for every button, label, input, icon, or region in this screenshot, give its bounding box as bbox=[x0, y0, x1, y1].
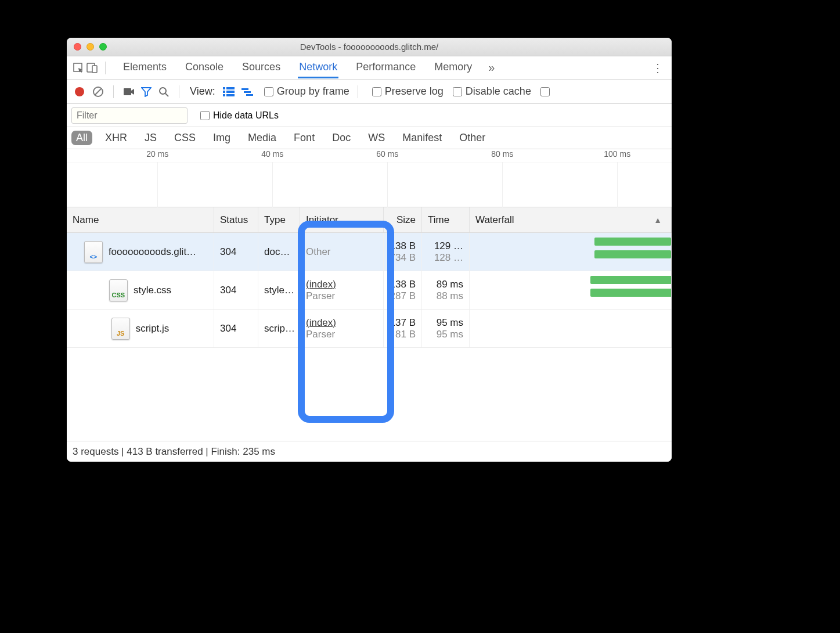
preserve-log-label: Preserve log bbox=[385, 85, 444, 98]
titlebar: DevTools - fooooooooods.glitch.me/ bbox=[67, 38, 672, 56]
waterfall-bar bbox=[594, 238, 671, 246]
file-type-icon: CSS bbox=[109, 279, 128, 301]
svg-rect-10 bbox=[223, 91, 225, 93]
group-by-frame-input[interactable] bbox=[264, 87, 273, 96]
minimize-window-button[interactable] bbox=[86, 43, 94, 51]
pill-manifest[interactable]: Manifest bbox=[398, 131, 446, 145]
cell-type: style… bbox=[258, 271, 300, 309]
timeline-ruler: 20 ms 40 ms 60 ms 80 ms 100 ms bbox=[67, 149, 672, 163]
waterfall-bar bbox=[590, 276, 672, 284]
clear-icon[interactable] bbox=[91, 85, 105, 99]
tab-sources[interactable]: Sources bbox=[241, 57, 282, 78]
time-total: 89 ms bbox=[437, 279, 463, 290]
pill-xhr[interactable]: XHR bbox=[100, 131, 132, 145]
col-waterfall-label: Waterfall bbox=[475, 214, 514, 226]
table-row[interactable]: CSSstyle.css304style…(index)Parser138 B2… bbox=[67, 271, 672, 310]
disable-cache-checkbox[interactable]: Disable cache bbox=[453, 85, 531, 98]
cell-status: 304 bbox=[214, 233, 258, 271]
col-name[interactable]: Name bbox=[67, 207, 214, 232]
inspect-element-icon[interactable] bbox=[71, 61, 85, 75]
cell-size: 138 B287 B bbox=[384, 271, 422, 309]
window-controls bbox=[67, 43, 107, 51]
pill-img[interactable]: Img bbox=[208, 131, 235, 145]
pill-all[interactable]: All bbox=[71, 131, 92, 145]
disable-cache-label: Disable cache bbox=[466, 85, 531, 98]
col-status[interactable]: Status bbox=[214, 207, 258, 232]
tabs-overflow-button[interactable]: » bbox=[488, 61, 495, 74]
panel-tabstrip: Elements Console Sources Network Perform… bbox=[67, 56, 672, 80]
size-resource: 81 B bbox=[395, 329, 416, 340]
pill-ws[interactable]: WS bbox=[363, 131, 390, 145]
filter-row: Hide data URLs bbox=[67, 104, 672, 127]
pill-media[interactable]: Media bbox=[243, 131, 281, 145]
col-initiator[interactable]: Initiator bbox=[300, 207, 384, 232]
svg-line-7 bbox=[165, 93, 168, 96]
preserve-log-input[interactable] bbox=[372, 87, 381, 96]
tab-network[interactable]: Network bbox=[298, 57, 338, 78]
group-by-frame-checkbox[interactable]: Group by frame bbox=[264, 85, 349, 98]
initiator-link[interactable]: (index) bbox=[306, 279, 377, 290]
cell-waterfall bbox=[470, 271, 672, 309]
svg-rect-14 bbox=[241, 88, 248, 90]
svg-rect-12 bbox=[223, 94, 225, 96]
sort-indicator-icon: ▲ bbox=[654, 215, 662, 225]
preserve-log-checkbox[interactable]: Preserve log bbox=[372, 85, 444, 98]
cell-name: CSSstyle.css bbox=[67, 271, 214, 309]
device-toolbar-icon[interactable] bbox=[85, 61, 99, 75]
cell-type: scrip… bbox=[258, 310, 300, 347]
time-latency: 88 ms bbox=[437, 290, 463, 302]
timeline-tick: 20 ms bbox=[146, 149, 168, 159]
col-size[interactable]: Size bbox=[384, 207, 422, 232]
cell-waterfall bbox=[470, 233, 672, 271]
cell-waterfall bbox=[470, 310, 672, 347]
pill-other[interactable]: Other bbox=[455, 131, 490, 145]
record-button[interactable] bbox=[75, 87, 84, 96]
timeline-tick: 60 ms bbox=[376, 149, 398, 159]
pill-font[interactable]: Font bbox=[289, 131, 319, 145]
svg-rect-11 bbox=[226, 91, 235, 93]
time-total: 95 ms bbox=[437, 317, 463, 329]
tab-elements[interactable]: Elements bbox=[122, 57, 168, 78]
zoom-window-button[interactable] bbox=[99, 43, 107, 51]
filter-icon[interactable] bbox=[139, 85, 153, 99]
tab-performance[interactable]: Performance bbox=[355, 57, 417, 78]
hide-data-urls-input[interactable] bbox=[200, 111, 210, 120]
cell-initiator: Other bbox=[300, 233, 384, 271]
tab-memory[interactable]: Memory bbox=[433, 57, 473, 78]
cell-status: 304 bbox=[214, 310, 258, 347]
tab-console[interactable]: Console bbox=[184, 57, 225, 78]
timeline-overview[interactable]: 20 ms 40 ms 60 ms 80 ms 100 ms bbox=[67, 149, 672, 207]
divider bbox=[179, 85, 179, 98]
filter-input[interactable] bbox=[71, 107, 188, 124]
cell-size: 138 B734 B bbox=[384, 233, 422, 271]
request-name: script.js bbox=[136, 323, 170, 335]
svg-rect-8 bbox=[223, 87, 225, 89]
svg-rect-9 bbox=[226, 87, 235, 89]
hide-data-urls-label: Hide data URLs bbox=[213, 110, 279, 121]
settings-menu-icon[interactable]: ⋮ bbox=[652, 61, 667, 75]
offline-checkbox[interactable] bbox=[540, 87, 551, 96]
col-type[interactable]: Type bbox=[258, 207, 300, 232]
offline-input[interactable] bbox=[540, 87, 550, 96]
large-rows-icon[interactable] bbox=[222, 85, 235, 98]
search-icon[interactable] bbox=[157, 85, 171, 99]
svg-rect-15 bbox=[244, 91, 251, 93]
col-waterfall[interactable]: Waterfall ▲ bbox=[470, 207, 672, 232]
close-window-button[interactable] bbox=[74, 43, 81, 51]
disable-cache-input[interactable] bbox=[453, 87, 462, 96]
table-row[interactable]: <>fooooooooods.glit…304doc…Other138 B734… bbox=[67, 233, 672, 271]
timeline-tick: 80 ms bbox=[491, 149, 513, 159]
initiator-link[interactable]: (index) bbox=[306, 317, 377, 329]
waterfall-bar bbox=[594, 250, 671, 258]
initiator-link: Other bbox=[306, 246, 377, 258]
pill-css[interactable]: CSS bbox=[170, 131, 200, 145]
pill-doc[interactable]: Doc bbox=[327, 131, 355, 145]
pill-js[interactable]: JS bbox=[140, 131, 161, 145]
overview-icon[interactable] bbox=[241, 85, 254, 98]
camera-icon[interactable] bbox=[122, 85, 136, 99]
cell-initiator: (index)Parser bbox=[300, 310, 384, 347]
table-row[interactable]: JSscript.js304scrip…(index)Parser137 B81… bbox=[67, 310, 672, 348]
size-transfer: 137 B bbox=[390, 317, 416, 329]
hide-data-urls-checkbox[interactable]: Hide data URLs bbox=[200, 110, 279, 121]
col-time[interactable]: Time bbox=[422, 207, 470, 232]
